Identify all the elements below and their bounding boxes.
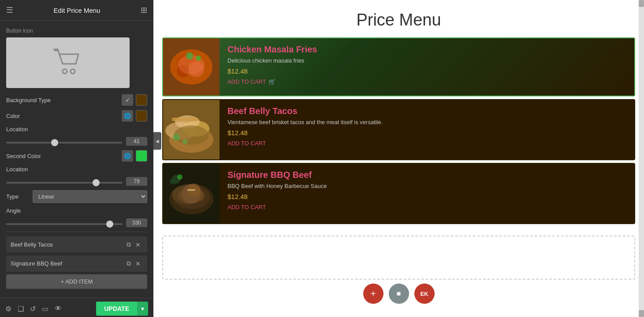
divider xyxy=(6,232,147,232)
eye-icon-btn[interactable]: 👁 xyxy=(55,305,62,313)
device-icon-btn[interactable]: ▭ xyxy=(42,305,48,313)
collapse-arrow-btn[interactable]: ◀ xyxy=(153,132,161,150)
svg-point-10 xyxy=(196,55,201,61)
scrollbar-thumb-bottom[interactable] xyxy=(639,310,644,317)
location-label-row: Location xyxy=(6,126,147,133)
page-title: Price Menu xyxy=(153,0,644,37)
gear-icon-btn[interactable]: ⚙ xyxy=(5,305,11,313)
main-content: Price Menu Chick xyxy=(153,0,644,317)
chicken-price: $12.48 xyxy=(227,67,626,75)
bbq-img-svg xyxy=(163,164,220,223)
second-color-globe-btn[interactable]: 🌐 xyxy=(122,150,133,162)
fab-ek-btn[interactable]: EK xyxy=(414,284,435,304)
second-location-slider-container xyxy=(6,177,123,185)
svg-point-1 xyxy=(71,69,75,74)
angle-slider-container xyxy=(6,219,123,227)
hamburger-icon[interactable]: ☰ xyxy=(6,5,13,15)
beef-belly-copy-btn[interactable]: ⧉ xyxy=(124,240,133,249)
list-item-signature-bbq: Signature BBQ Beef ⧉ ✕ xyxy=(6,255,147,272)
scrollbar-thumb-top[interactable] xyxy=(639,0,644,7)
chicken-add-label: ADD TO CART xyxy=(227,78,266,85)
add-item-button[interactable]: + ADD ITEM xyxy=(6,274,147,289)
signature-bbq-copy-btn[interactable]: ⧉ xyxy=(124,259,133,268)
svg-point-18 xyxy=(173,134,180,141)
beef-img-svg xyxy=(163,100,220,159)
fab-stop-btn[interactable]: ■ xyxy=(389,284,409,304)
chicken-desc: Delicious chicken masala fries xyxy=(227,57,626,64)
bbq-name: Signature BBQ Beef xyxy=(227,170,626,180)
menu-container: Chicken Masala Fries Delicious chicken m… xyxy=(153,37,644,231)
update-btn-group: UPDATE ▾ xyxy=(96,302,148,316)
chicken-img-svg xyxy=(163,38,220,96)
bbq-card-body: Signature BBQ Beef BBQ Beef with Honey B… xyxy=(220,164,634,223)
second-color-row: Second Color 🌐 xyxy=(6,150,147,162)
location-value-input[interactable]: 41 xyxy=(126,137,147,146)
chicken-cart-icon: 🛒 xyxy=(268,78,275,85)
toolbar-icons: ⚙ ❑ ↺ ▭ 👁 xyxy=(5,305,62,313)
type-label: Type xyxy=(6,193,33,200)
list-item-signature-bbq-label: Signature BBQ Beef xyxy=(11,260,124,267)
chicken-image xyxy=(163,38,220,96)
beef-add-to-cart[interactable]: ADD TO CART xyxy=(227,140,626,147)
color-label: Color xyxy=(6,113,20,119)
bbq-price: $12.48 xyxy=(227,193,626,200)
color-row: Color 🌐 xyxy=(6,110,147,122)
svg-rect-16 xyxy=(172,118,198,121)
second-location-slider[interactable] xyxy=(6,182,123,184)
location-label: Location xyxy=(6,126,28,133)
signature-bbq-remove-btn[interactable]: ✕ xyxy=(133,259,143,268)
color-globe-btn[interactable]: 🌐 xyxy=(122,110,133,122)
beef-desc: Vientamese beef brisket tacos and the me… xyxy=(227,119,626,125)
location-slider-container xyxy=(6,137,123,145)
bbq-desc: BBQ Beef with Honey Barbecue Sauce xyxy=(227,183,626,189)
button-icon-preview xyxy=(6,37,130,88)
menu-card-bbq: Signature BBQ Beef BBQ Beef with Honey B… xyxy=(162,163,635,224)
second-color-controls: 🌐 xyxy=(122,150,147,162)
second-color-label: Second Color xyxy=(6,153,41,159)
beef-name: Beef Belly Tacos xyxy=(227,106,626,116)
beef-add-label: ADD TO CART xyxy=(227,140,266,147)
chicken-add-to-cart[interactable]: ADD TO CART 🛒 xyxy=(227,78,626,85)
update-arrow-btn[interactable]: ▾ xyxy=(137,302,148,316)
svg-rect-27 xyxy=(187,189,195,191)
type-row: Type Linear Radial xyxy=(6,190,147,203)
left-panel: ☰ Edit Price Menu ⊞ Button Icon Backgrou… xyxy=(0,0,153,317)
bg-type-label: Background Type xyxy=(6,97,51,103)
bbq-image xyxy=(163,164,220,223)
layers-icon-btn[interactable]: ❑ xyxy=(18,305,24,313)
svg-point-9 xyxy=(186,52,193,59)
second-location-value-input[interactable]: 79 xyxy=(126,177,147,186)
beef-image xyxy=(163,100,220,159)
type-select[interactable]: Linear Radial xyxy=(33,190,147,203)
fab-add-btn[interactable]: + xyxy=(363,284,383,304)
second-location-label-row: Location xyxy=(6,166,147,173)
cart-icon xyxy=(52,48,83,77)
location-slider-row: 41 xyxy=(6,137,147,146)
bbq-add-to-cart[interactable]: ADD TO CART xyxy=(227,204,626,210)
drop-zone xyxy=(162,236,635,280)
angle-slider[interactable] xyxy=(6,223,123,225)
menu-card-chicken: Chicken Masala Fries Delicious chicken m… xyxy=(162,37,635,96)
color-controls: 🌐 xyxy=(122,110,147,122)
svg-point-30 xyxy=(177,174,182,180)
right-panel: Price Menu Chick xyxy=(153,0,644,317)
bottom-toolbar: ⚙ ❑ ↺ ▭ 👁 UPDATE ▾ xyxy=(0,298,153,317)
color-swatch[interactable] xyxy=(136,110,147,122)
angle-value-input[interactable]: 330 xyxy=(126,218,147,227)
chicken-card-body: Chicken Masala Fries Delicious chicken m… xyxy=(220,38,634,96)
bg-type-check-btn[interactable]: ✓ xyxy=(122,94,133,106)
history-icon-btn[interactable]: ↺ xyxy=(30,305,36,313)
background-type-row: Background Type ✓ xyxy=(6,94,147,106)
svg-point-0 xyxy=(63,69,67,74)
list-item-beef-belly: Beef Belly Tacos ⧉ ✕ xyxy=(6,236,147,253)
location-slider[interactable] xyxy=(6,142,123,144)
beef-belly-remove-btn[interactable]: ✕ xyxy=(133,240,143,249)
second-color-swatch[interactable] xyxy=(136,150,147,162)
bg-type-swatch[interactable] xyxy=(136,94,147,106)
angle-label: Angle xyxy=(6,207,21,214)
svg-point-29 xyxy=(170,178,176,184)
button-icon-label: Button Icon xyxy=(6,28,147,34)
grid-icon[interactable]: ⊞ xyxy=(141,5,147,15)
svg-point-19 xyxy=(182,139,188,144)
update-button[interactable]: UPDATE xyxy=(96,302,137,316)
